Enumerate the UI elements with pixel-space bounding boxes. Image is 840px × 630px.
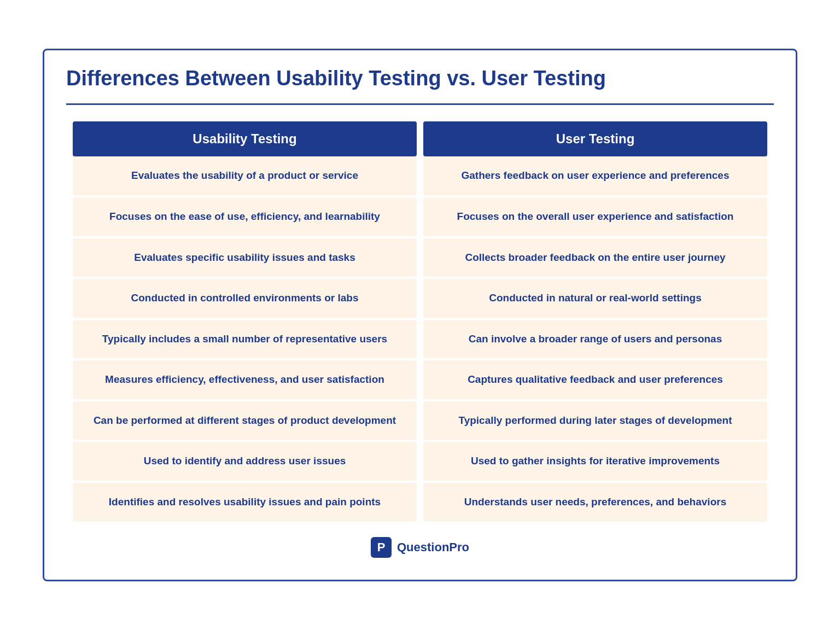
right-cell: Understands user needs, preferences, and… [423,483,767,522]
page-title: Differences Between Usability Testing vs… [66,67,774,105]
logo-text: QuestionPro [397,540,469,555]
table-row: Typically includes a small number of rep… [73,320,767,359]
left-cell: Focuses on the ease of use, efficiency, … [73,197,417,236]
left-cell: Evaluates specific usability issues and … [73,238,417,277]
table-row: Conducted in controlled environments or … [73,279,767,318]
right-column-header: User Testing [423,121,767,156]
right-cell: Collects broader feedback on the entire … [423,238,767,277]
left-cell: Measures efficiency, effectiveness, and … [73,360,417,399]
right-cell: Captures qualitative feedback and user p… [423,360,767,399]
table-row: Can be performed at different stages of … [73,401,767,440]
logo-bold: Question [397,540,449,554]
left-cell: Evaluates the usability of a product or … [73,156,417,195]
table-row: Used to identify and address user issues… [73,442,767,481]
right-cell: Focuses on the overall user experience a… [423,197,767,236]
logo-icon: P [371,537,392,558]
table-row: Evaluates specific usability issues and … [73,238,767,277]
table-row: Focuses on the ease of use, efficiency, … [73,197,767,236]
left-cell: Used to identify and address user issues [73,442,417,481]
main-card: Differences Between Usability Testing vs… [43,49,797,581]
left-cell: Conducted in controlled environments or … [73,279,417,318]
right-cell: Can involve a broader range of users and… [423,320,767,359]
left-cell: Typically includes a small number of rep… [73,320,417,359]
right-cell: Used to gather insights for iterative im… [423,442,767,481]
right-cell: Conducted in natural or real-world setti… [423,279,767,318]
left-column-header: Usability Testing [73,121,417,156]
comparison-table: Usability Testing User Testing Evaluates… [66,121,774,521]
logo-row: P QuestionPro [66,537,774,558]
table-row: Measures efficiency, effectiveness, and … [73,360,767,399]
table-row: Evaluates the usability of a product or … [73,156,767,195]
logo-regular: Pro [449,540,469,554]
left-cell: Can be performed at different stages of … [73,401,417,440]
table-row: Identifies and resolves usability issues… [73,483,767,522]
right-cell: Typically performed during later stages … [423,401,767,440]
left-cell: Identifies and resolves usability issues… [73,483,417,522]
right-cell: Gathers feedback on user experience and … [423,156,767,195]
